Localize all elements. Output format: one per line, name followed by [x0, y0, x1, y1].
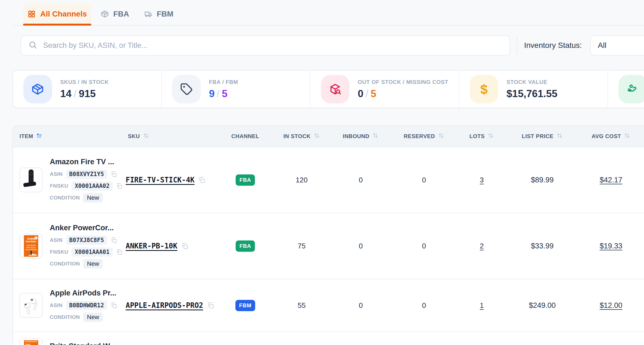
package-search-icon	[321, 75, 349, 103]
stat-card-out-of-stock-missing-cost: OUT OF STOCK / MISSING COST 0/5	[310, 71, 459, 108]
search-input[interactable]	[43, 41, 502, 50]
fnsku-value: X0001AAA01	[71, 247, 113, 257]
stat-value: $15,761.55	[507, 88, 557, 100]
hand-coins-icon	[618, 75, 644, 103]
asin-label: ASIN	[50, 237, 63, 243]
svg-text:SHARMA: SHARMA	[26, 240, 37, 243]
column-header-inbound[interactable]: INBOUND	[329, 132, 392, 140]
stat-label: STOCK VALUE	[507, 79, 557, 85]
search-icon	[28, 40, 37, 50]
copy-icon[interactable]	[111, 237, 117, 243]
svg-text:THE: THE	[25, 344, 31, 345]
channel-badge: FBA	[236, 174, 255, 186]
in-stock-value: 75	[298, 242, 306, 250]
stat-card-skus-in-stock: SKUS / IN STOCK 14/915	[13, 71, 162, 108]
channel-badge: FBA	[236, 240, 255, 252]
column-header-list-price[interactable]: LIST PRICE	[508, 132, 577, 140]
sku-link[interactable]: FIRE-TV-STICK-4K	[126, 176, 194, 184]
tab-label: FBA	[113, 10, 129, 18]
column-header-channel[interactable]: CHANNEL	[216, 133, 274, 139]
sku-link[interactable]: ANKER-PB-10K	[126, 242, 177, 250]
copy-icon[interactable]	[181, 242, 188, 250]
lots-link[interactable]: 2	[480, 242, 484, 250]
search-box	[21, 35, 510, 56]
condition-value: New	[83, 193, 103, 202]
condition-label: CONDITION	[50, 195, 80, 201]
stat-value: 0/5	[358, 88, 448, 100]
reserved-value: 0	[422, 242, 426, 250]
package-icon	[23, 75, 52, 103]
table-header: ITEM SKU CHANNEL IN STOCK	[13, 126, 644, 147]
grid-icon	[27, 10, 36, 18]
copy-icon[interactable]	[116, 249, 123, 255]
avg-cost-link[interactable]: $42.17	[600, 176, 623, 184]
dollar-icon: $	[470, 75, 498, 103]
table-row: Amazon Fire TV ... ASIN B08XVYZ1Y5 FNSKU…	[13, 147, 644, 213]
stat-card-partial: I $	[608, 71, 644, 108]
column-header-reserved[interactable]: RESERVED	[392, 132, 456, 140]
sort-icon	[438, 132, 444, 140]
list-price-value: $249.00	[529, 301, 556, 310]
asin-value: B07XJ8C8F5	[66, 236, 107, 245]
truck-icon	[144, 10, 152, 18]
svg-text:HIS FERRARI: HIS FERRARI	[25, 249, 37, 251]
reserved-value: 0	[422, 301, 426, 310]
stat-label: OUT OF STOCK / MISSING COST	[358, 79, 448, 85]
filter-divider	[517, 37, 517, 54]
sort-icon	[488, 132, 494, 140]
tab-fbm[interactable]: FBM	[144, 3, 174, 25]
stat-value: 14/915	[60, 88, 109, 100]
condition-label: CONDITION	[50, 314, 80, 320]
tab-label: All Channels	[40, 10, 87, 18]
in-stock-value: 55	[298, 301, 306, 310]
sort-asc-icon	[36, 132, 43, 140]
inbound-value: 0	[359, 176, 363, 184]
condition-label: CONDITION	[50, 261, 80, 267]
inbound-value: 0	[359, 301, 363, 310]
status-selected-value: All	[598, 41, 606, 50]
package-icon	[101, 10, 109, 18]
stat-card-stock-value: $ STOCK VALUE $15,761.55	[459, 71, 608, 108]
tab-fba[interactable]: FBA	[101, 3, 129, 25]
column-header-avg-cost[interactable]: AVG COST	[577, 132, 644, 140]
lots-link[interactable]: 3	[480, 176, 484, 184]
product-image-anker-powercore: ROBIN SHARMA THE MONK WHO SOLD HIS FERRA…	[20, 234, 43, 258]
sku-link[interactable]: APPLE-AIRPODS-PRO2	[126, 301, 203, 310]
asin-label: ASIN	[50, 171, 63, 177]
sort-icon	[556, 132, 563, 140]
lots-link[interactable]: 1	[480, 301, 484, 310]
asin-value: B0BDHWDR12	[66, 301, 107, 310]
list-price-value: $89.99	[531, 176, 554, 184]
sort-icon	[143, 132, 149, 140]
product-title: Amazon Fire TV ...	[50, 158, 123, 166]
stat-card-fba-fbm: FBA / FBM 9/5	[162, 71, 310, 108]
copy-icon[interactable]	[111, 302, 117, 309]
asin-value: B08XVYZ1Y5	[66, 169, 107, 179]
copy-icon[interactable]	[207, 302, 214, 309]
copy-icon[interactable]	[198, 176, 205, 184]
column-header-lots[interactable]: LOTS	[456, 132, 508, 140]
column-header-sku[interactable]: SKU	[126, 132, 216, 140]
reserved-value: 0	[422, 176, 426, 184]
inventory-page: All Channels FBA FBM Inventory Status: A…	[0, 0, 644, 345]
column-header-in-stock[interactable]: IN STOCK	[274, 132, 329, 140]
copy-icon[interactable]	[116, 183, 123, 189]
condition-value: New	[83, 313, 103, 322]
inventory-status-select[interactable]: All	[590, 35, 644, 56]
fnsku-value: X0001AAA02	[71, 181, 113, 191]
stat-label: SKUS / IN STOCK	[60, 79, 109, 85]
product-image-brita: THE	[20, 338, 43, 345]
avg-cost-link[interactable]: $12.00	[600, 301, 623, 310]
avg-cost-link[interactable]: $19.33	[600, 242, 623, 250]
table-row: THE Brita Standard W...	[13, 332, 644, 345]
svg-text:WHO SOLD: WHO SOLD	[26, 247, 36, 248]
channel-badge: FBM	[235, 300, 255, 311]
stat-value: 9/5	[209, 88, 238, 100]
column-header-item[interactable]: ITEM	[13, 132, 126, 140]
copy-icon[interactable]	[111, 171, 117, 177]
fnsku-label: FNSKU	[50, 183, 68, 189]
svg-text:THE MONK: THE MONK	[26, 244, 36, 246]
tab-all-channels[interactable]: All Channels	[23, 3, 91, 25]
tabs-divider	[12, 25, 644, 26]
sort-icon	[313, 132, 320, 140]
